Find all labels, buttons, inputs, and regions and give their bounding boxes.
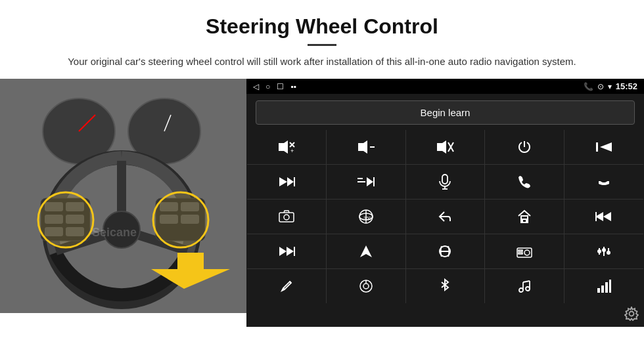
control-eq[interactable] (564, 234, 643, 268)
control-bluetooth[interactable] (406, 269, 485, 303)
begin-learn-row: Begin learn (246, 94, 644, 130)
svg-rect-87 (605, 282, 608, 293)
control-camera[interactable] (247, 200, 326, 234)
control-skip[interactable] (327, 165, 405, 199)
svg-rect-40 (294, 177, 295, 186)
recents-nav-icon[interactable]: ☐ (277, 82, 284, 91)
svg-rect-88 (609, 280, 611, 293)
svg-point-80 (519, 288, 523, 292)
svg-marker-38 (279, 177, 287, 186)
status-time: 15:52 (616, 81, 637, 91)
home-nav-icon[interactable]: ○ (265, 82, 270, 91)
svg-point-23 (153, 192, 208, 247)
control-signal-bars[interactable] (564, 269, 643, 303)
begin-learn-button[interactable]: Begin learn (256, 100, 635, 125)
back-nav-icon[interactable]: ◁ (253, 82, 259, 91)
control-fast-fwd[interactable] (247, 234, 326, 268)
svg-marker-59 (279, 247, 287, 256)
svg-point-89 (630, 312, 634, 316)
svg-point-72 (603, 249, 605, 251)
settings-row (246, 304, 644, 327)
svg-rect-85 (597, 288, 600, 293)
car-background: Seicane (0, 79, 246, 313)
control-mute[interactable] (406, 130, 485, 164)
control-hang-up[interactable] (564, 165, 643, 199)
svg-marker-43 (367, 177, 373, 186)
svg-point-78 (363, 284, 369, 289)
svg-text:+: + (290, 148, 294, 154)
svg-rect-61 (294, 247, 295, 256)
svg-point-22 (38, 192, 93, 247)
control-navigate[interactable] (327, 234, 405, 268)
battery-indicator: ▪▪ (290, 82, 296, 91)
svg-rect-68 (518, 253, 522, 254)
subtitle: Your original car's steering wheel contr… (53, 54, 591, 70)
control-next-track[interactable] (247, 165, 326, 199)
svg-marker-30 (358, 140, 367, 154)
svg-text:Seicane: Seicane (92, 226, 137, 239)
page-wrapper: Steering Wheel Control Your original car… (0, 0, 644, 313)
svg-marker-26 (279, 140, 288, 154)
control-call[interactable] (485, 165, 564, 199)
control-power[interactable] (485, 130, 564, 164)
svg-line-75 (283, 288, 285, 289)
svg-rect-86 (601, 285, 604, 293)
svg-point-74 (607, 251, 610, 254)
svg-marker-60 (287, 247, 294, 256)
svg-point-81 (526, 287, 530, 291)
svg-rect-55 (522, 219, 526, 222)
location-icon: ⊙ (597, 82, 604, 91)
control-radio[interactable] (485, 234, 564, 268)
svg-point-70 (598, 250, 601, 253)
svg-text:360°: 360° (363, 216, 373, 221)
svg-marker-32 (437, 140, 446, 154)
control-music[interactable] (485, 269, 564, 303)
control-grid: + (247, 130, 643, 303)
svg-point-49 (284, 215, 289, 220)
control-pencil[interactable] (247, 269, 326, 303)
svg-marker-39 (287, 177, 294, 186)
svg-marker-62 (360, 245, 372, 257)
control-prev-prev[interactable] (564, 200, 643, 234)
svg-rect-48 (279, 213, 294, 222)
svg-rect-36 (596, 142, 598, 152)
content-area: Seicane ◁ ○ ☐ ▪▪ 📞 ⊙ ▾ 15:52 (0, 79, 644, 313)
svg-marker-57 (603, 212, 611, 221)
status-bar: ◁ ○ ☐ ▪▪ 📞 ⊙ ▾ 15:52 (246, 79, 644, 94)
control-vol-down[interactable] (327, 130, 405, 164)
control-panel: ◁ ○ ☐ ▪▪ 📞 ⊙ ▾ 15:52 Begin learn (246, 79, 644, 313)
control-phone-prev[interactable] (564, 130, 643, 164)
wifi-icon: ▾ (608, 82, 612, 91)
control-360[interactable]: 360° (327, 200, 405, 234)
header-section: Steering Wheel Control Your original car… (0, 0, 644, 79)
svg-rect-45 (442, 175, 448, 184)
svg-point-66 (524, 250, 530, 255)
svg-marker-37 (600, 142, 612, 152)
control-knob[interactable] (327, 269, 405, 303)
svg-line-84 (523, 281, 530, 282)
status-bar-left: ◁ ○ ☐ ▪▪ (253, 82, 296, 91)
car-image-area: Seicane (0, 79, 246, 313)
status-bar-right: 📞 ⊙ ▾ 15:52 (584, 81, 637, 91)
control-mic[interactable] (406, 165, 485, 199)
settings-icon[interactable] (624, 306, 639, 324)
control-home[interactable] (485, 200, 564, 234)
control-source[interactable] (406, 234, 485, 268)
svg-rect-67 (518, 250, 522, 251)
phone-signal-icon: 📞 (584, 82, 593, 91)
control-vol-up[interactable]: + (247, 130, 326, 164)
title-divider (308, 44, 336, 46)
page-title: Steering Wheel Control (39, 14, 605, 39)
svg-line-76 (290, 282, 291, 283)
control-back[interactable] (406, 200, 485, 234)
svg-rect-44 (373, 177, 375, 186)
